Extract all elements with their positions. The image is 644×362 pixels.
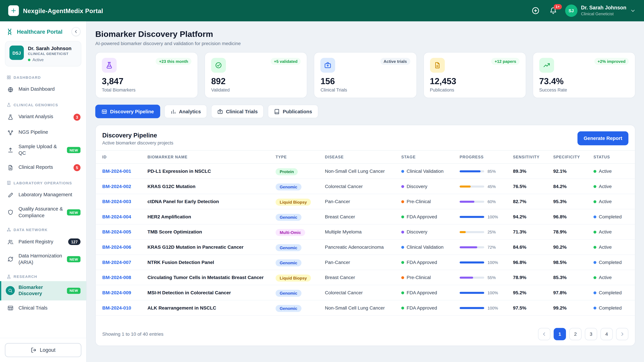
table-row[interactable]: BM-2024-005TMB Score OptimizationMulti-O… bbox=[96, 225, 635, 240]
type-pill: Genomic bbox=[276, 305, 301, 312]
user-menu[interactable]: SJ Dr. Sarah Johnson Clinical Geneticist bbox=[565, 4, 636, 17]
sensitivity-cell: 84.6% bbox=[513, 245, 553, 250]
check-badge-icon bbox=[211, 58, 226, 72]
bars-icon bbox=[170, 109, 176, 114]
stage-dot bbox=[401, 185, 404, 188]
status-cell: Active bbox=[594, 199, 628, 204]
table-row[interactable]: BM-2024-008Circulating Tumor Cells in Me… bbox=[96, 270, 635, 285]
specificity-cell: 97.8% bbox=[553, 290, 594, 295]
logout-button[interactable]: Logout bbox=[5, 343, 81, 357]
table-row[interactable]: BM-2024-003ctDNA Panel for Early Detecti… bbox=[96, 194, 635, 209]
type-pill: Genomic bbox=[276, 244, 301, 251]
sidebar-item-ngs-pipeline[interactable]: NGS Pipeline bbox=[0, 125, 86, 140]
table-row[interactable]: BM-2024-001PD-L1 Expression in NSCLCProt… bbox=[96, 164, 635, 179]
beaker-icon bbox=[6, 112, 15, 121]
type-pill: Genomic bbox=[276, 183, 301, 190]
progress-bar bbox=[460, 200, 484, 202]
row-id-link[interactable]: BM-2024-008 bbox=[102, 275, 148, 280]
network-icon bbox=[6, 128, 15, 137]
panel-titles: Discovery Pipeline Active biomarker disc… bbox=[102, 132, 174, 145]
table-row[interactable]: BM-2024-009MSI-H Detection in Colorectal… bbox=[96, 285, 635, 301]
stage-cell: FDA Approved bbox=[401, 305, 460, 310]
type-cell: Genomic bbox=[276, 213, 325, 221]
app-root: Nexgile-AgentMedix Portal 1+ SJ Dr. Sara… bbox=[0, 0, 644, 362]
row-id-link[interactable]: BM-2024-003 bbox=[102, 199, 148, 204]
tab-publications[interactable]: Publications bbox=[268, 105, 318, 118]
page-button-4[interactable]: 4 bbox=[600, 328, 613, 340]
type-cell: Genomic bbox=[276, 183, 325, 190]
status-cell: Completed bbox=[594, 214, 628, 219]
status-cell: Active bbox=[594, 275, 628, 280]
next-page-button[interactable] bbox=[616, 328, 628, 340]
sidebar-item-quality-assurance-compliance[interactable]: Quality Assurance & ComplianceNEW bbox=[0, 203, 86, 222]
brand[interactable]: Nexgile-AgentMedix Portal bbox=[8, 5, 103, 16]
sensitivity-cell: 95.2% bbox=[513, 290, 553, 295]
column-header-sensitivity: SENSITIVITY bbox=[513, 155, 553, 159]
tab-discovery-pipeline[interactable]: Discovery Pipeline bbox=[95, 105, 160, 118]
table-row[interactable]: BM-2024-010ALK Rearrangement in NSCLCGen… bbox=[96, 301, 635, 316]
table-row[interactable]: BM-2024-006KRAS G12D Mutation in Pancrea… bbox=[96, 240, 635, 255]
stat-card-clinical-trials: Active trials156Clinical Trials bbox=[314, 52, 417, 98]
table-row[interactable]: BM-2024-002KRAS G12C MutationGenomicColo… bbox=[96, 179, 635, 194]
biomarker-name: ALK Rearrangement in NSCLC bbox=[148, 305, 276, 311]
row-id-link[interactable]: BM-2024-002 bbox=[102, 184, 148, 189]
sidebar-item-label: Variant Analysis bbox=[18, 114, 70, 120]
column-header-id: ID bbox=[102, 155, 148, 159]
progress-label: 45% bbox=[488, 184, 496, 189]
biomarker-name: HER2 Amplification bbox=[148, 214, 276, 220]
sidebar-collapse-button[interactable] bbox=[72, 27, 80, 36]
sidebar-item-data-harmonization-aria[interactable]: Data Harmonization (ARIA)NEW bbox=[0, 250, 86, 269]
stage-dot bbox=[401, 306, 404, 309]
progress-cell: 85% bbox=[460, 169, 513, 173]
sidebar-item-clinical-reports[interactable]: Clinical Reports5 bbox=[0, 160, 86, 175]
status-dot bbox=[594, 215, 596, 218]
chevron-right-icon bbox=[619, 331, 625, 337]
stat-label: Clinical Trials bbox=[320, 87, 410, 92]
dna-icon bbox=[6, 28, 14, 35]
pagination: 1234 bbox=[538, 328, 628, 340]
progress-cell: 45% bbox=[460, 184, 513, 189]
sidebar-item-main-dashboard[interactable]: Main Dashboard bbox=[0, 82, 86, 97]
generate-report-button[interactable]: Generate Report bbox=[578, 131, 628, 145]
status-cell: Completed bbox=[594, 290, 628, 295]
specificity-cell: 96.8% bbox=[553, 214, 594, 219]
section-title: RESEARCH bbox=[14, 275, 37, 279]
sidebar-item-biomarker-discovery[interactable]: Biomarker DiscoveryNEW bbox=[0, 281, 86, 300]
row-id-link[interactable]: BM-2024-007 bbox=[102, 260, 148, 265]
add-button[interactable] bbox=[530, 5, 541, 16]
stat-card-success-rate: +2% improved73.4%Success Rate bbox=[533, 52, 636, 98]
table-row[interactable]: BM-2024-004HER2 AmplificationGenomicBrea… bbox=[96, 209, 635, 225]
status-label: Completed bbox=[599, 305, 622, 310]
notifications-button[interactable]: 1+ bbox=[548, 5, 558, 16]
tab-analytics[interactable]: Analytics bbox=[164, 105, 207, 118]
sidebar-item-laboratory-management[interactable]: Laboratory Management bbox=[0, 187, 86, 203]
row-id-link[interactable]: BM-2024-005 bbox=[102, 229, 148, 234]
row-id-link[interactable]: BM-2024-010 bbox=[102, 305, 148, 310]
progress-cell: 25% bbox=[460, 230, 513, 234]
tab-clinical-trials[interactable]: Clinical Trials bbox=[211, 105, 264, 118]
sidebar-item-sample-upload-qc[interactable]: Sample Upload & QCNEW bbox=[0, 140, 86, 160]
sidebar-item-clinical-trials[interactable]: Clinical Trials bbox=[0, 300, 86, 316]
sidebar-item-patient-registry[interactable]: Patient Registry127 bbox=[0, 234, 86, 250]
grid-icon bbox=[6, 75, 11, 80]
sidebar-item-label: Main Dashboard bbox=[18, 86, 80, 93]
column-header-type: TYPE bbox=[276, 155, 325, 159]
section-title: LABORATORY OPERATIONS bbox=[14, 181, 72, 185]
stage-label: Pre-Clinical bbox=[406, 199, 431, 204]
row-id-link[interactable]: BM-2024-009 bbox=[102, 290, 148, 295]
stage-dot bbox=[401, 215, 404, 218]
globe-icon bbox=[6, 85, 15, 94]
row-id-link[interactable]: BM-2024-004 bbox=[102, 214, 148, 219]
row-id-link[interactable]: BM-2024-006 bbox=[102, 245, 148, 250]
sidebar-item-variant-analysis[interactable]: Variant Analysis3 bbox=[0, 109, 86, 125]
sidebar-user-card[interactable]: DSJ Dr. Sarah Johnson CLINICAL GENETICIS… bbox=[5, 41, 81, 66]
page-button-3[interactable]: 3 bbox=[585, 328, 597, 340]
page-button-2[interactable]: 2 bbox=[569, 328, 582, 340]
progress-cell: 100% bbox=[460, 215, 513, 219]
stage-dot bbox=[401, 261, 404, 264]
progress-cell: 100% bbox=[460, 260, 513, 265]
row-id-link[interactable]: BM-2024-001 bbox=[102, 169, 148, 174]
previous-page-button[interactable] bbox=[538, 328, 550, 340]
table-row[interactable]: BM-2024-007NTRK Fusion Detection PanelGe… bbox=[96, 255, 635, 270]
page-button-1[interactable]: 1 bbox=[554, 328, 566, 340]
